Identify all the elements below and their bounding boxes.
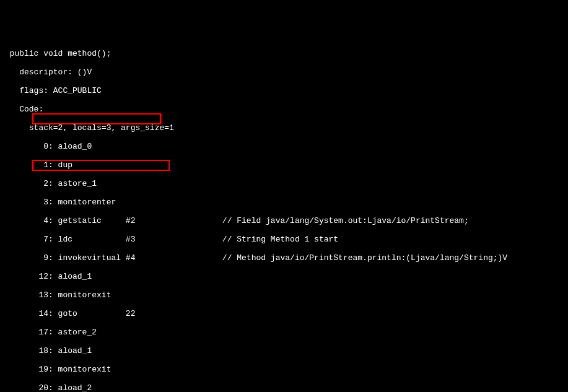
code-line: 20: aload_2 — [0, 383, 568, 392]
code-line: public void method(); — [0, 49, 568, 58]
code-line: 0: aload_0 — [0, 142, 568, 151]
code-line: 7: ldc #3 // String Method 1 start — [0, 235, 568, 244]
code-line: flags: ACC_PUBLIC — [0, 86, 568, 95]
code-line: Code: — [0, 105, 568, 114]
code-line: 12: aload_1 — [0, 272, 568, 281]
code-line: 1: dup — [0, 160, 568, 170]
code-line: descriptor: ()V — [0, 68, 568, 77]
code-line: 17: astore_2 — [0, 328, 568, 337]
code-line: 4: getstatic #2 // Field java/lang/Syste… — [0, 216, 568, 225]
code-line: stack=2, locals=3, args_size=1 — [0, 123, 568, 133]
code-line: 14: goto 22 — [0, 309, 568, 318]
code-line-highlighted: 13: monitorexit — [0, 290, 568, 300]
code-line: 2: astore_1 — [0, 179, 568, 188]
terminal-output: public void method(); descriptor: ()V fl… — [0, 40, 568, 392]
code-line: 19: monitorexit — [0, 365, 568, 374]
code-line: 18: aload_1 — [0, 346, 568, 355]
code-line: 9: invokevirtual #4 // Method java/io/Pr… — [0, 253, 568, 263]
code-line-highlighted: 3: monitorenter — [0, 198, 568, 207]
